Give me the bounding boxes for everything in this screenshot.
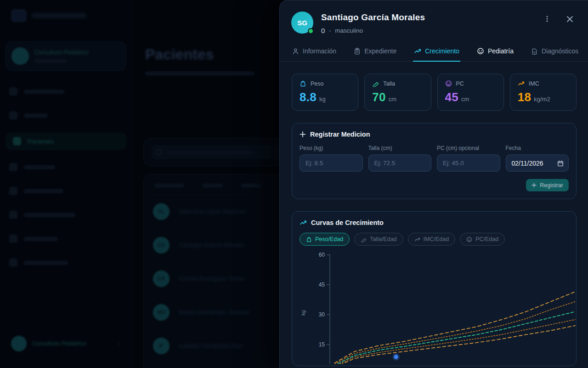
trend-icon [414, 236, 420, 242]
more-options-button[interactable] [540, 12, 554, 26]
panel-title: Registrar Medicion [310, 131, 370, 138]
tab-pediatria[interactable]: Pediatría [476, 43, 514, 62]
tab-expediente[interactable]: Expediente [353, 43, 397, 62]
plus-icon [531, 183, 537, 188]
peso-input[interactable] [300, 155, 363, 172]
avatar-initials: SG [297, 19, 307, 27]
growth-curves-panel: Curvas de Crecimiento Peso/Edad Talla/Ed… [292, 211, 577, 366]
register-measurement-panel: Registrar Medicion Peso (kg) Talla (cm) … [292, 123, 577, 199]
y-tick-label: 15 [319, 341, 325, 348]
y-tick-label: 30 [319, 311, 325, 318]
patient-name: Santiago García Morales [321, 12, 532, 23]
close-icon [566, 16, 573, 23]
tab-diagnosticos[interactable]: Diagnósticos [530, 43, 579, 62]
fecha-date-input[interactable]: 02/11/2026 [506, 155, 569, 172]
percentile-curve-P50 [330, 312, 575, 364]
stat-card-talla: Talla 70cm [364, 74, 431, 111]
curve-selector: Peso/Edad Talla/Edad IMC/Edad PC/Edad [300, 233, 569, 246]
online-status-dot [308, 28, 314, 34]
y-tick-label: 60 [319, 252, 325, 258]
patient-age: 0 [321, 27, 325, 34]
registrar-button[interactable]: Registrar [526, 179, 569, 191]
talla-value: 70 [372, 90, 386, 104]
percentile-curve-P97 [330, 292, 575, 364]
growth-chart-area: 15304560kg [300, 251, 569, 366]
vitals-stats-row: Peso 8.8kg Talla 70cm PC 45cm [292, 74, 577, 111]
peso-value: 8.8 [300, 90, 317, 104]
pc-input[interactable] [437, 155, 500, 172]
patient-detail-modal: SG Santiago García Morales 0 • masculino [279, 0, 588, 368]
tab-informacion[interactable]: Información [291, 43, 337, 62]
ruler-icon [361, 236, 367, 242]
modal-header: SG Santiago García Morales 0 • masculino [280, 0, 588, 43]
baby-icon [445, 80, 452, 87]
file-icon [531, 48, 538, 55]
plus-icon [300, 131, 306, 138]
percentile-curve-P15 [330, 320, 575, 364]
baby-icon [466, 236, 472, 242]
pc-value: 45 [445, 90, 459, 104]
y-tick-label: 45 [319, 282, 325, 288]
weight-icon [306, 236, 312, 242]
close-button[interactable] [562, 12, 577, 26]
app-root: Consultorio Pediátrico Pacientes Consult… [0, 0, 588, 368]
ruler-icon [372, 80, 379, 87]
trend-icon [414, 47, 421, 55]
panel-title: Curvas de Crecimiento [311, 219, 384, 226]
person-icon [292, 48, 299, 55]
pill-peso-edad[interactable]: Peso/Edad [300, 233, 350, 246]
patient-avatar: SG [291, 12, 313, 34]
baby-icon [477, 47, 484, 55]
clipboard-icon [354, 48, 361, 55]
pill-talla-edad[interactable]: Talla/Edad [354, 233, 403, 246]
field-fecha: Fecha 02/11/2026 [506, 145, 569, 172]
calendar-icon [557, 160, 564, 167]
stat-card-pc: PC 45cm [437, 74, 504, 111]
field-pc: PC (cm) opcional [437, 145, 500, 172]
field-talla: Talla (cm) [368, 145, 432, 172]
growth-chart: 15304560kg [300, 251, 577, 364]
date-value: 02/11/2026 [512, 160, 543, 167]
modal-tabs: Información Expediente Crecimiento Pedia… [280, 43, 588, 62]
pill-pc-edad[interactable]: PC/Edad [460, 233, 505, 246]
patient-data-point [394, 355, 398, 359]
dot-separator: • [329, 28, 331, 34]
patient-sex: masculino [335, 27, 363, 34]
weight-icon [300, 80, 306, 87]
trend-icon [518, 80, 525, 87]
pill-imc-edad[interactable]: IMC/Edad [408, 233, 456, 246]
field-peso: Peso (kg) [300, 145, 363, 172]
imc-value: 18 [518, 90, 531, 104]
modal-content: Peso 8.8kg Talla 70cm PC 45cm [280, 62, 588, 368]
y-axis-label: kg [300, 310, 306, 316]
tab-crecimiento[interactable]: Crecimiento [413, 43, 460, 62]
trend-icon [300, 219, 307, 226]
kebab-menu-icon [543, 15, 551, 23]
stat-card-imc: IMC 18kg/m2 [510, 74, 577, 111]
talla-input[interactable] [368, 155, 432, 172]
stat-card-peso: Peso 8.8kg [292, 74, 358, 111]
